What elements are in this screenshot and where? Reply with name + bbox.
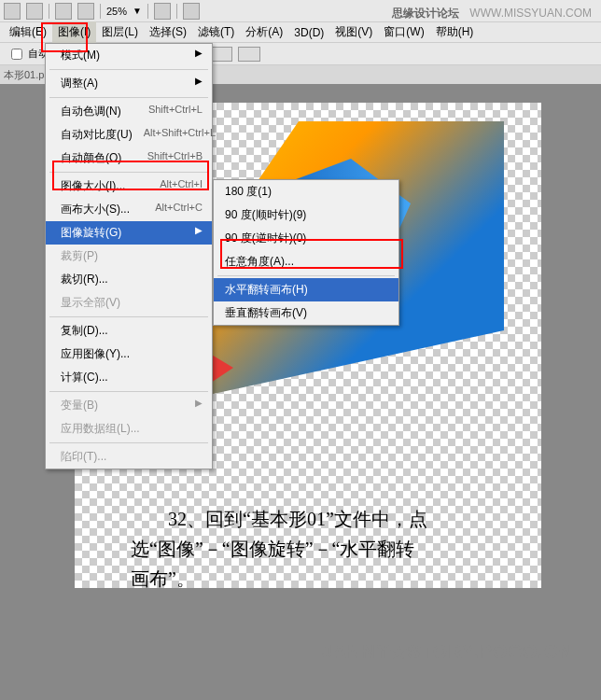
menu-select[interactable]: 选择(S) xyxy=(144,21,192,43)
menu-duplicate[interactable]: 复制(D)... xyxy=(46,319,212,343)
rotation-submenu: 180 度(1) 90 度(顺时针)(9) 90 度(逆时针)(0) 任意角度(… xyxy=(213,179,399,326)
flip-horizontal[interactable]: 水平翻转画布(H) xyxy=(214,278,398,301)
extras-icon[interactable] xyxy=(77,3,94,20)
separator xyxy=(176,4,177,19)
separator xyxy=(49,4,49,19)
separator xyxy=(49,172,208,173)
shortcut: Alt+Ctrl+C xyxy=(155,202,203,217)
menu-calculations[interactable]: 计算(C)... xyxy=(46,366,212,389)
separator xyxy=(217,275,395,276)
menu-crop: 裁剪(P) xyxy=(46,245,212,268)
separator xyxy=(100,4,101,19)
rotate-90cw[interactable]: 90 度(顺时针)(9) xyxy=(214,203,398,227)
panels-icon[interactable] xyxy=(55,3,72,20)
watermark-url: WWW.MISSYUAN.COM xyxy=(469,7,592,20)
separator xyxy=(49,391,208,392)
menu-revealall: 显示全部(V) xyxy=(46,291,212,315)
image-menu-dropdown: 模式(M)▶ 调整(A)▶ 自动色调(N)Shift+Ctrl+L 自动对比度(… xyxy=(45,43,213,469)
proof-icon[interactable] xyxy=(183,3,200,20)
menu-variables[interactable]: 变量(B)▶ xyxy=(46,394,212,417)
watermark-top: 思缘设计论坛 WWW.MISSYUAN.COM xyxy=(392,6,592,21)
menu-adjustments[interactable]: 调整(A)▶ xyxy=(46,72,212,95)
menu-analysis[interactable]: 分析(A) xyxy=(240,21,288,43)
rotate-90ccw[interactable]: 90 度(逆时针)(0) xyxy=(214,227,398,250)
chevron-right-icon: ▶ xyxy=(195,398,203,413)
menu-mode[interactable]: 模式(M)▶ xyxy=(46,44,212,67)
separator xyxy=(147,4,148,19)
author-watermark: JANNY★STORY.POCO.CN xyxy=(322,640,573,663)
bridge-icon[interactable] xyxy=(4,3,21,20)
menubar: 编辑(E) 图像(I) 图层(L) 选择(S) 滤镜(T) 分析(A) 3D(D… xyxy=(0,22,601,43)
menu-edit[interactable]: 编辑(E) xyxy=(4,21,52,43)
shortcut: Shift+Ctrl+L xyxy=(148,104,203,119)
menu-help[interactable]: 帮助(H) xyxy=(430,21,480,43)
menu-window[interactable]: 窗口(W) xyxy=(378,21,429,43)
hand-icon[interactable] xyxy=(154,3,171,20)
menu-trap: 陷印(T)... xyxy=(46,445,212,469)
menu-rotation[interactable]: 图像旋转(G)▶ xyxy=(46,221,212,245)
chevron-right-icon: ▶ xyxy=(195,76,203,91)
instruction-text: 32、回到“基本形01”文件中，点选“图像”－“图像旋转”－“水平翻转画布”。 xyxy=(131,504,429,594)
chevron-down-icon[interactable]: ▼ xyxy=(133,6,142,16)
rotate-arbitrary[interactable]: 任意角度(A)... xyxy=(214,250,398,273)
separator xyxy=(49,69,208,70)
menu-filter[interactable]: 滤镜(T) xyxy=(192,21,240,43)
autoselect-checkbox[interactable] xyxy=(11,49,22,60)
menu-applyimage[interactable]: 应用图像(Y)... xyxy=(46,343,212,366)
separator xyxy=(49,97,208,98)
menu-canvassize[interactable]: 画布大小(S)...Alt+Ctrl+C xyxy=(46,198,212,221)
watermark-site: 思缘设计论坛 xyxy=(392,7,459,20)
menu-applydataset: 应用数据组(L)... xyxy=(46,417,212,441)
zoom-level[interactable]: 25% xyxy=(106,6,127,17)
separator xyxy=(49,442,208,443)
menu-layer[interactable]: 图层(L) xyxy=(96,21,144,43)
align-widget[interactable] xyxy=(210,47,232,62)
menu-trim[interactable]: 裁切(R)... xyxy=(46,268,212,291)
menu-imagesize[interactable]: 图像大小(I)...Alt+Ctrl+I xyxy=(46,175,212,198)
menu-image[interactable]: 图像(I) xyxy=(52,21,96,43)
shortcut: Shift+Ctrl+B xyxy=(147,150,203,166)
chevron-right-icon: ▶ xyxy=(195,48,203,63)
menu-autotone[interactable]: 自动色调(N)Shift+Ctrl+L xyxy=(46,100,212,123)
shortcut: Alt+Ctrl+I xyxy=(160,178,203,194)
menu-view[interactable]: 视图(V) xyxy=(329,21,378,43)
rotate-180[interactable]: 180 度(1) xyxy=(214,180,398,203)
align-widget[interactable] xyxy=(238,47,260,62)
menu-autocolor[interactable]: 自动颜色(O)Shift+Ctrl+B xyxy=(46,147,212,170)
chevron-right-icon: ▶ xyxy=(195,225,203,241)
flip-vertical[interactable]: 垂直翻转画布(V) xyxy=(214,301,398,325)
menu-3d[interactable]: 3D(D) xyxy=(288,23,329,42)
menu-autocontrast[interactable]: 自动对比度(U)Alt+Shift+Ctrl+L xyxy=(46,123,212,147)
minibridge-icon[interactable] xyxy=(26,3,43,20)
separator xyxy=(49,316,208,317)
shortcut: Alt+Shift+Ctrl+L xyxy=(144,127,216,143)
